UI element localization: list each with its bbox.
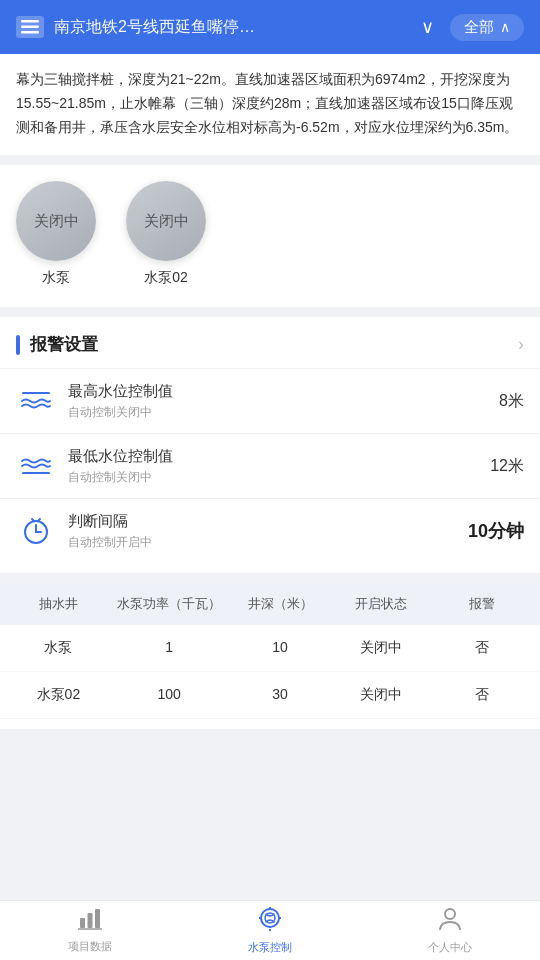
pump-1-label: 水泵	[42, 269, 70, 287]
alert-section-header: 报警设置 ›	[0, 317, 540, 368]
nav-item-pump-control[interactable]: 水泵控制	[180, 901, 360, 961]
pump-item-1[interactable]: 关闭中 水泵	[16, 181, 96, 287]
svg-rect-3	[22, 392, 50, 394]
table-row: 水泵02 100 30 关闭中 否	[0, 672, 540, 719]
water-low-icon	[16, 446, 56, 486]
svg-point-20	[445, 909, 455, 919]
svg-rect-11	[88, 913, 93, 928]
alert-item-1-value: 8米	[499, 391, 524, 412]
alert-item-2-text: 最低水位控制值 自动控制关闭中	[68, 447, 490, 486]
alert-item-1-text: 最高水位控制值 自动控制关闭中	[68, 382, 499, 421]
pump-1-status: 关闭中	[34, 212, 79, 231]
alert-item-3-value: 10分钟	[468, 519, 524, 543]
alert-section-title: 报警设置	[16, 333, 98, 356]
alert-item-3-text: 判断间隔 自动控制开启中	[68, 512, 468, 551]
pumps-section: 关闭中 水泵 关闭中 水泵02	[0, 165, 540, 307]
dropdown-arrow-icon[interactable]: ∨	[421, 16, 434, 38]
svg-rect-4	[22, 472, 50, 474]
description-text: 幕为三轴搅拌桩，深度为21~22m。直线加速器区域面积为6974m2，开挖深度为…	[16, 71, 518, 135]
svg-line-9	[38, 519, 40, 521]
alert-item-1-name: 最高水位控制值	[68, 382, 499, 401]
nav-label-personal-center: 个人中心	[428, 940, 472, 955]
row1-power: 1	[109, 639, 230, 657]
clock-icon	[16, 511, 56, 551]
alert-title-label: 报警设置	[30, 333, 98, 356]
row1-alarm: 否	[431, 639, 532, 657]
app-header: 南京地铁2号线西延鱼嘴停… ∨ 全部 ∧	[0, 0, 540, 54]
alert-section: 报警设置 › 最高水位控制值 自动控制关闭中 8米	[0, 317, 540, 573]
pump-2-label: 水泵02	[144, 269, 188, 287]
title-bar-accent	[16, 335, 20, 355]
alert-item-min-water[interactable]: 最低水位控制值 自动控制关闭中 12米	[0, 433, 540, 498]
filter-button[interactable]: 全部 ∧	[450, 14, 524, 41]
water-high-icon	[16, 381, 56, 421]
row2-power: 100	[109, 686, 230, 704]
row2-depth: 30	[230, 686, 331, 704]
col-header-well: 抽水井	[8, 595, 109, 613]
col-header-status: 开启状态	[330, 595, 431, 613]
row1-status: 关闭中	[330, 639, 431, 657]
alert-item-2-sub: 自动控制关闭中	[68, 469, 490, 486]
alert-item-3-name: 判断间隔	[68, 512, 468, 531]
pump-table: 抽水井 水泵功率（千瓦） 井深（米） 开启状态 报警 水泵 1 10 关闭中 否…	[0, 583, 540, 719]
pump-1-circle[interactable]: 关闭中	[16, 181, 96, 261]
alert-item-2-name: 最低水位控制值	[68, 447, 490, 466]
table-header-row: 抽水井 水泵功率（千瓦） 井深（米） 开启状态 报警	[0, 583, 540, 625]
svg-line-8	[32, 519, 34, 521]
bar-chart-icon	[78, 908, 102, 936]
alert-item-2-value: 12米	[490, 456, 524, 477]
svg-point-14	[261, 909, 279, 927]
menu-icon[interactable]	[16, 16, 44, 38]
person-icon	[439, 907, 461, 937]
svg-rect-12	[95, 909, 100, 928]
nav-label-pump-control: 水泵控制	[248, 940, 292, 955]
svg-rect-1	[21, 26, 39, 29]
row1-depth: 10	[230, 639, 331, 657]
nav-label-project-data: 项目数据	[68, 939, 112, 954]
up-arrow-icon: ∧	[500, 19, 510, 35]
main-content: 幕为三轴搅拌桩，深度为21~22m。直线加速器区域面积为6974m2，开挖深度为…	[0, 54, 540, 960]
pump-2-status: 关闭中	[144, 212, 189, 231]
header-title: 南京地铁2号线西延鱼嘴停…	[54, 17, 413, 38]
table-row: 水泵 1 10 关闭中 否	[0, 625, 540, 672]
row2-alarm: 否	[431, 686, 532, 704]
pump-item-2[interactable]: 关闭中 水泵02	[126, 181, 206, 287]
svg-rect-2	[21, 31, 39, 34]
svg-rect-10	[80, 918, 85, 928]
nav-item-personal-center[interactable]: 个人中心	[360, 901, 540, 961]
row2-well: 水泵02	[8, 686, 109, 704]
description-area: 幕为三轴搅拌桩，深度为21~22m。直线加速器区域面积为6974m2，开挖深度为…	[0, 54, 540, 155]
col-header-power: 水泵功率（千瓦）	[109, 595, 230, 613]
bottom-nav: 项目数据 水泵控制 个人中心	[0, 900, 540, 960]
alert-item-max-water[interactable]: 最高水位控制值 自动控制关闭中 8米	[0, 368, 540, 433]
col-header-alarm: 报警	[431, 595, 532, 613]
alert-item-interval[interactable]: 判断间隔 自动控制开启中 10分钟	[0, 498, 540, 563]
nav-item-project-data[interactable]: 项目数据	[0, 902, 180, 960]
col-header-depth: 井深（米）	[230, 595, 331, 613]
row2-status: 关闭中	[330, 686, 431, 704]
table-section: 抽水井 水泵功率（千瓦） 井深（米） 开启状态 报警 水泵 1 10 关闭中 否…	[0, 583, 540, 729]
pump-control-icon	[257, 907, 283, 937]
filter-label: 全部	[464, 18, 494, 37]
alert-item-3-sub: 自动控制开启中	[68, 534, 468, 551]
pump-2-circle[interactable]: 关闭中	[126, 181, 206, 261]
alert-item-1-sub: 自动控制关闭中	[68, 404, 499, 421]
alert-section-arrow-icon[interactable]: ›	[518, 334, 524, 355]
svg-rect-0	[21, 20, 39, 23]
row1-well: 水泵	[8, 639, 109, 657]
